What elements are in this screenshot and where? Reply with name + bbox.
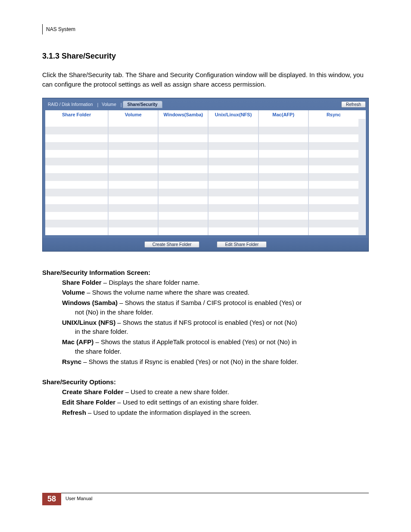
edit-share-folder-button[interactable]: Edit Share Folder bbox=[217, 241, 267, 248]
table-row[interactable] bbox=[45, 181, 365, 189]
table-row[interactable] bbox=[45, 220, 365, 227]
table-cell bbox=[308, 134, 358, 142]
table-cell bbox=[208, 165, 258, 173]
table-cell bbox=[158, 150, 208, 158]
col-rsync[interactable]: Rsync bbox=[308, 110, 358, 119]
table-cell bbox=[308, 204, 358, 212]
table-cell bbox=[158, 227, 208, 235]
table-cell bbox=[108, 204, 158, 212]
table-cell bbox=[45, 220, 108, 227]
table-cell bbox=[108, 127, 158, 134]
table-row[interactable] bbox=[45, 158, 365, 165]
table-row[interactable] bbox=[45, 127, 365, 134]
option-desc: – Used to update the information display… bbox=[86, 409, 252, 416]
info-desc-cont: not (No) in the share folder. bbox=[62, 308, 369, 317]
table-cell bbox=[45, 173, 108, 181]
table-row[interactable] bbox=[45, 189, 365, 196]
table-cell bbox=[208, 227, 258, 235]
option-term: Create Share Folder bbox=[62, 388, 124, 395]
table-cell bbox=[208, 127, 258, 134]
table-cell bbox=[258, 227, 308, 235]
create-share-folder-button[interactable]: Create Share Folder bbox=[144, 241, 200, 248]
tab-raid[interactable]: RAID / Disk Information bbox=[45, 101, 96, 108]
info-desc: – Displays the share folder name. bbox=[102, 279, 200, 286]
table-row[interactable] bbox=[45, 119, 365, 127]
tab-separator: | bbox=[96, 102, 99, 107]
table-cell bbox=[45, 127, 108, 134]
col-volume[interactable]: Volume bbox=[108, 110, 158, 119]
option-desc: – Used to edit settings of an existing s… bbox=[115, 398, 258, 406]
table-cell bbox=[108, 220, 158, 227]
info-desc: – Shows the status if Rsync is enabled (… bbox=[81, 358, 298, 365]
table-cell bbox=[358, 119, 365, 127]
table-row[interactable] bbox=[45, 134, 365, 142]
table-cell bbox=[308, 142, 358, 150]
table-cell bbox=[308, 127, 358, 134]
col-mac[interactable]: Mac(AFP) bbox=[258, 110, 308, 119]
table-row[interactable] bbox=[45, 142, 365, 150]
info-desc-cont: in the share folder. bbox=[62, 327, 369, 336]
table-cell bbox=[108, 196, 158, 204]
table-cell bbox=[208, 204, 258, 212]
table-cell bbox=[358, 212, 365, 220]
share-security-screenshot: RAID / Disk Information | Volume | Share… bbox=[42, 98, 369, 252]
info-item: Rsync – Shows the status if Rsync is ena… bbox=[62, 357, 369, 367]
table-cell bbox=[358, 204, 365, 212]
table-cell bbox=[308, 150, 358, 158]
table-cell bbox=[258, 173, 308, 181]
info-desc-cont: the share folder. bbox=[62, 347, 369, 356]
info-term: Rsync bbox=[62, 358, 81, 365]
info-desc: – Shows the volume name where the share … bbox=[85, 289, 249, 296]
table-row[interactable] bbox=[45, 204, 365, 212]
tab-volume[interactable]: Volume bbox=[99, 101, 119, 108]
col-scrollbar bbox=[358, 110, 365, 119]
table-cell bbox=[308, 220, 358, 227]
table-cell bbox=[45, 158, 108, 165]
table-cell bbox=[308, 181, 358, 189]
page-footer: 58 User Manual bbox=[42, 493, 369, 505]
table-row[interactable] bbox=[45, 165, 365, 173]
table-cell bbox=[45, 134, 108, 142]
table-row[interactable] bbox=[45, 227, 365, 235]
table-cell bbox=[358, 227, 365, 235]
col-share-folder[interactable]: Share Folder bbox=[45, 110, 108, 119]
table-cell bbox=[258, 127, 308, 134]
table-cell bbox=[258, 142, 308, 150]
table-row[interactable] bbox=[45, 196, 365, 204]
table-cell bbox=[158, 204, 208, 212]
table-cell bbox=[258, 196, 308, 204]
table-cell bbox=[358, 189, 365, 196]
tab-share-security[interactable]: Share/Security bbox=[123, 101, 162, 108]
table-cell bbox=[45, 142, 108, 150]
option-item: Edit Share Folder – Used to edit setting… bbox=[62, 398, 369, 407]
info-item: Share Folder – Displays the share folder… bbox=[62, 278, 369, 287]
table-cell bbox=[208, 134, 258, 142]
info-item: Mac (AFP) – Shows the status if AppleTal… bbox=[62, 337, 369, 356]
section-intro: Click the Share/Security tab. The Share … bbox=[42, 70, 369, 89]
table-cell bbox=[108, 165, 158, 173]
info-item: Volume – Shows the volume name where the… bbox=[62, 288, 369, 297]
table-cell bbox=[208, 212, 258, 220]
table-cell bbox=[158, 181, 208, 189]
option-item: Create Share Folder – Used to create a n… bbox=[62, 387, 369, 397]
table-cell bbox=[308, 189, 358, 196]
col-windows[interactable]: Windows(Samba) bbox=[158, 110, 208, 119]
refresh-button[interactable]: Refresh bbox=[341, 101, 366, 108]
table-row[interactable] bbox=[45, 150, 365, 158]
table-cell bbox=[158, 173, 208, 181]
table-cell bbox=[358, 150, 365, 158]
table-row[interactable] bbox=[45, 212, 365, 220]
table-cell bbox=[208, 189, 258, 196]
table-cell bbox=[208, 196, 258, 204]
info-term: Mac (AFP) bbox=[62, 338, 93, 345]
table-row[interactable] bbox=[45, 173, 365, 181]
table-cell bbox=[208, 150, 258, 158]
doc-header: NAS System bbox=[42, 24, 369, 34]
info-term: Share Folder bbox=[62, 279, 102, 286]
table-cell bbox=[208, 220, 258, 227]
table-cell bbox=[108, 227, 158, 235]
table-cell bbox=[258, 212, 308, 220]
table-cell bbox=[108, 119, 158, 127]
table-cell bbox=[158, 212, 208, 220]
col-unix[interactable]: Unix/Linux(NFS) bbox=[208, 110, 258, 119]
